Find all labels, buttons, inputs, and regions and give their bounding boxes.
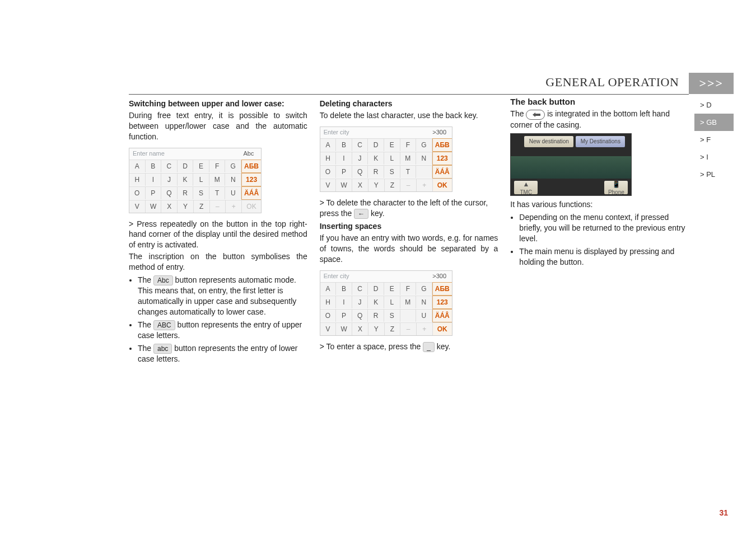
- key[interactable]: Z: [385, 322, 401, 335]
- key-ok[interactable]: OK: [242, 200, 261, 213]
- key[interactable]: J: [161, 173, 178, 186]
- key[interactable]: T: [209, 186, 226, 199]
- key[interactable]: L: [193, 173, 209, 186]
- device-button-phone[interactable]: 📱Phone: [604, 181, 628, 194]
- key[interactable]: O: [320, 309, 337, 322]
- key[interactable]: O: [129, 186, 146, 199]
- key-ok[interactable]: OK: [433, 322, 452, 335]
- key[interactable]: F: [209, 160, 226, 172]
- key[interactable]: E: [384, 138, 400, 151]
- key[interactable]: M: [400, 296, 417, 308]
- key[interactable]: R: [368, 309, 384, 322]
- key[interactable]: Y: [368, 322, 385, 335]
- key[interactable]: K: [368, 296, 384, 308]
- key-ok[interactable]: OK: [433, 179, 452, 191]
- lang-tab-d[interactable]: > D: [694, 96, 734, 114]
- key[interactable]: I: [146, 173, 162, 186]
- key-space[interactable]: –: [210, 200, 226, 213]
- key[interactable]: V: [320, 179, 337, 191]
- key[interactable]: S: [193, 186, 209, 199]
- key[interactable]: W: [146, 200, 162, 213]
- key[interactable]: A: [320, 282, 337, 295]
- key[interactable]: P: [336, 165, 352, 178]
- key[interactable]: R: [368, 165, 384, 178]
- key-space[interactable]: –: [400, 179, 417, 191]
- key[interactable]: L: [384, 152, 400, 165]
- key-cyrillic[interactable]: АБВ: [241, 160, 261, 173]
- lang-tab-i[interactable]: > I: [694, 148, 734, 166]
- key[interactable]: C: [352, 138, 368, 151]
- key[interactable]: W: [336, 179, 352, 191]
- key[interactable]: H: [129, 173, 146, 186]
- kbd-case-rightcap[interactable]: Abc: [236, 149, 261, 158]
- key[interactable]: U: [225, 186, 241, 199]
- key-123[interactable]: 123: [432, 152, 452, 165]
- key-cyrillic[interactable]: АБВ: [432, 138, 452, 152]
- key[interactable]: Z: [194, 200, 210, 213]
- key[interactable]: I: [336, 152, 352, 165]
- key-accents[interactable]: ÄÁÂ: [432, 165, 452, 179]
- key[interactable]: [400, 309, 417, 322]
- key[interactable]: G: [225, 160, 241, 172]
- key[interactable]: N: [416, 296, 432, 308]
- key[interactable]: A: [129, 160, 146, 172]
- key[interactable]: A: [320, 138, 337, 151]
- key[interactable]: V: [320, 322, 337, 335]
- device-tab-my-destinations[interactable]: My Destinations: [576, 136, 625, 147]
- key[interactable]: Q: [352, 309, 368, 322]
- key[interactable]: G: [416, 138, 432, 151]
- device-button-tmc[interactable]: ▲TMC: [514, 181, 538, 194]
- key[interactable]: Z: [385, 179, 401, 191]
- key[interactable]: Q: [161, 186, 178, 199]
- lang-tab-gb[interactable]: > GB: [694, 114, 734, 131]
- key[interactable]: I: [336, 296, 352, 308]
- key[interactable]: P: [336, 309, 352, 322]
- key[interactable]: N: [225, 173, 241, 186]
- kbd-space-rightcap[interactable]: >300: [427, 272, 452, 280]
- key-backspace[interactable]: +: [226, 200, 242, 213]
- key[interactable]: B: [146, 160, 162, 172]
- key[interactable]: Q: [352, 165, 368, 178]
- lang-tab-pl[interactable]: > PL: [694, 166, 734, 183]
- key[interactable]: N: [416, 152, 432, 165]
- key[interactable]: D: [368, 138, 384, 151]
- key[interactable]: O: [320, 165, 337, 178]
- key[interactable]: X: [352, 179, 368, 191]
- key-accents[interactable]: ÄÁÂ: [241, 186, 261, 200]
- key[interactable]: K: [178, 173, 194, 186]
- key[interactable]: G: [416, 282, 432, 295]
- key[interactable]: K: [368, 152, 384, 165]
- key[interactable]: R: [178, 186, 194, 199]
- key-123[interactable]: 123: [432, 296, 452, 309]
- key[interactable]: C: [352, 282, 368, 295]
- key-accents[interactable]: ÄÁÂ: [432, 309, 452, 322]
- key[interactable]: J: [352, 296, 368, 308]
- key[interactable]: V: [129, 200, 146, 213]
- device-tab-new-destination[interactable]: New destination: [524, 136, 573, 147]
- key[interactable]: J: [352, 152, 368, 165]
- key[interactable]: M: [400, 152, 417, 165]
- lang-tab-f[interactable]: > F: [694, 131, 734, 148]
- key[interactable]: L: [384, 296, 400, 308]
- key-backspace[interactable]: +: [417, 179, 433, 191]
- key[interactable]: E: [193, 160, 209, 172]
- key[interactable]: B: [336, 138, 352, 151]
- key-123[interactable]: 123: [241, 173, 261, 186]
- key[interactable]: C: [161, 160, 178, 172]
- key[interactable]: M: [209, 173, 226, 186]
- key[interactable]: E: [384, 282, 400, 295]
- key[interactable]: W: [336, 322, 352, 335]
- key[interactable]: H: [320, 152, 337, 165]
- key[interactable]: F: [400, 138, 417, 151]
- kbd-delete-rightcap[interactable]: >300: [427, 128, 452, 137]
- key[interactable]: H: [320, 296, 337, 308]
- key[interactable]: X: [352, 322, 368, 335]
- key[interactable]: T: [400, 165, 417, 178]
- key[interactable]: S: [384, 165, 400, 178]
- key-backspace[interactable]: +: [417, 322, 433, 335]
- key[interactable]: F: [400, 282, 417, 295]
- key[interactable]: Y: [368, 179, 385, 191]
- key[interactable]: X: [161, 200, 178, 213]
- key[interactable]: U: [416, 309, 432, 322]
- key[interactable]: [416, 165, 432, 178]
